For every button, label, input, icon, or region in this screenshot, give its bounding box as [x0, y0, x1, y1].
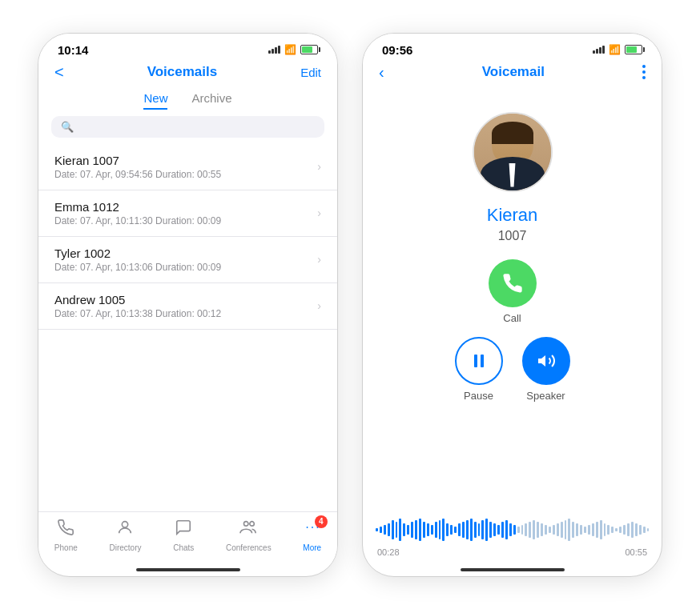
conferences-icon — [239, 519, 257, 541]
voicemail-item-0[interactable]: Kieran 1007 Date: 07. Apr, 09:54:56 Dura… — [38, 144, 337, 190]
waveform-bar — [588, 525, 590, 535]
waveform-bar — [485, 519, 488, 541]
right-time: 09:56 — [382, 43, 412, 57]
waveform-bar — [380, 527, 382, 533]
left-phone: 10:14 📶 < Voicemails Edit New — [38, 33, 338, 577]
waveform-bar — [427, 523, 429, 536]
voicemail-list: Kieran 1007 Date: 07. Apr, 09:54:56 Dura… — [38, 144, 337, 511]
tab-bar-chats-label: Chats — [173, 543, 194, 552]
edit-button[interactable]: Edit — [300, 66, 321, 79]
time-total: 00:55 — [625, 547, 647, 557]
search-bar[interactable]: 🔍 — [51, 116, 324, 138]
waveform-bar — [565, 520, 567, 539]
right-wifi-icon: 📶 — [609, 44, 621, 55]
tab-bar-phone[interactable]: Phone — [54, 519, 78, 552]
tab-new[interactable]: New — [143, 91, 167, 110]
waveform-bar — [411, 522, 413, 538]
waveform-bar — [545, 525, 547, 535]
svg-point-4 — [312, 527, 313, 528]
waveform-bar — [407, 525, 409, 535]
chevron-right-icon-2: › — [317, 253, 321, 266]
waveform-bar — [549, 527, 551, 533]
svg-point-1 — [244, 521, 249, 526]
waveform-bar — [505, 520, 508, 539]
phone-icon — [57, 519, 74, 541]
waveform-bar — [580, 525, 582, 535]
waveform-bar — [376, 528, 378, 531]
more-options-button[interactable] — [642, 65, 646, 79]
tab-bar-more[interactable]: 4 More — [303, 519, 321, 552]
right-nav-title: Voicemail — [482, 64, 545, 80]
wifi-icon: 📶 — [284, 44, 296, 55]
pause-button[interactable]: Pause — [455, 337, 503, 402]
tab-bar-directory-label: Directory — [109, 543, 141, 552]
tab-bar: Phone Directory Chats — [38, 511, 337, 565]
left-status-bar: 10:14 📶 — [38, 34, 337, 60]
call-button[interactable] — [489, 259, 537, 307]
signal-icon — [268, 46, 280, 54]
right-battery-icon — [625, 45, 642, 54]
left-nav-title: Voicemails — [147, 64, 218, 80]
voicemail-name-0: Kieran 1007 — [54, 154, 317, 167]
caller-ext: 1007 — [498, 229, 527, 243]
left-nav-bar: < Voicemails Edit — [38, 60, 337, 88]
waveform[interactable] — [376, 515, 649, 544]
voicemail-item-1[interactable]: Emma 1012 Date: 07. Apr, 10:11:30 Durati… — [38, 190, 337, 237]
waveform-bar — [462, 522, 465, 538]
speaker-label: Speaker — [526, 390, 565, 402]
svg-marker-8 — [538, 355, 545, 367]
svg-point-0 — [123, 521, 128, 527]
waveform-bar — [388, 523, 390, 536]
tab-bar-directory[interactable]: Directory — [109, 519, 141, 552]
right-home-indicator — [461, 568, 565, 571]
waveform-bar — [466, 520, 469, 539]
waveform-bar — [604, 523, 606, 536]
audio-player[interactable]: 00:28 00:55 — [363, 515, 662, 557]
waveform-bar — [592, 523, 594, 536]
waveform-bar — [596, 522, 598, 538]
waveform-bar — [470, 519, 473, 541]
waveform-bar — [553, 525, 555, 535]
waveform-bar — [450, 525, 453, 535]
tab-bar-conferences[interactable]: Conferences — [226, 519, 272, 552]
waveform-bar — [481, 520, 484, 539]
tab-archive[interactable]: Archive — [191, 91, 231, 110]
waveform-bar — [439, 520, 441, 539]
waveform-bar — [631, 522, 634, 538]
waveform-bar — [607, 525, 609, 535]
left-status-icons: 📶 — [268, 44, 318, 55]
waveform-bar — [627, 523, 630, 536]
waveform-bar — [521, 525, 524, 535]
waveform-bar — [561, 522, 563, 538]
right-nav-bar: ‹ Voicemail — [363, 60, 662, 88]
voicemail-name-3: Andrew 1005 — [54, 293, 317, 307]
speaker-button[interactable]: Speaker — [522, 337, 570, 402]
directory-icon — [116, 519, 134, 541]
waveform-bar — [497, 525, 500, 535]
waveform-bar — [489, 522, 492, 538]
waveform-bar — [541, 523, 543, 536]
voicemail-name-2: Tyler 1002 — [54, 246, 317, 260]
svg-point-3 — [306, 527, 308, 528]
battery-icon — [300, 45, 318, 54]
right-signal-icon — [593, 46, 605, 54]
call-label: Call — [503, 312, 521, 324]
voicemail-item-2[interactable]: Tyler 1002 Date: 07. Apr, 10:13:06 Durat… — [38, 237, 337, 283]
chats-icon — [175, 519, 192, 541]
waveform-bar — [435, 522, 437, 538]
voicemail-details-0: Date: 07. Apr, 09:54:56 Duration: 00:55 — [54, 169, 317, 180]
tab-bar-chats[interactable]: Chats — [173, 519, 194, 552]
waveform-bar — [639, 525, 642, 535]
main-scene: 10:14 📶 < Voicemails Edit New — [0, 0, 700, 609]
waveform-bar — [513, 525, 516, 535]
voicemail-item-3[interactable]: Andrew 1005 Date: 07. Apr, 10:13:38 Dura… — [38, 283, 337, 330]
waveform-bar — [568, 519, 570, 541]
tab-bar-conferences-label: Conferences — [226, 543, 272, 552]
left-back-button[interactable]: < — [54, 63, 64, 82]
voicemail-detail: Kieran 1007 Call Pause — [363, 88, 662, 565]
right-back-button[interactable]: ‹ — [379, 63, 384, 82]
svg-rect-6 — [474, 355, 477, 367]
more-badge: 4 — [315, 515, 328, 528]
waveform-bar — [533, 520, 535, 539]
waveform-bar — [384, 525, 386, 535]
